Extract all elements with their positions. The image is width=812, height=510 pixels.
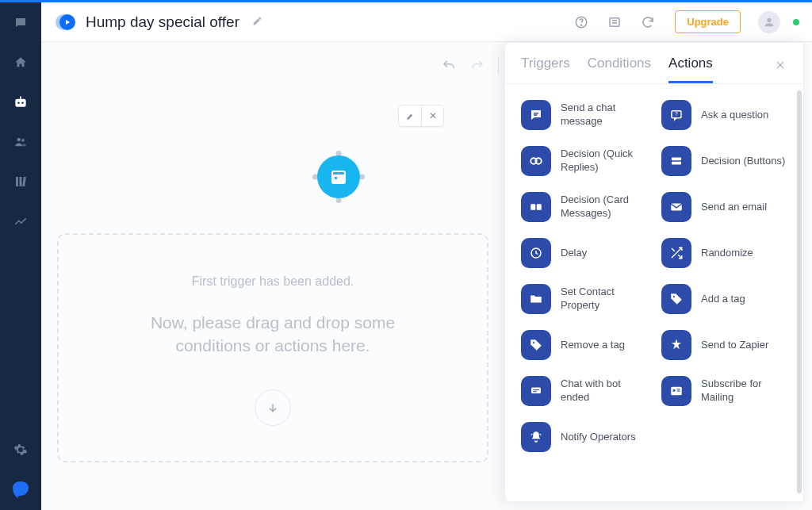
action-label: Decision (Buttons)	[701, 155, 785, 168]
svg-rect-21	[335, 177, 337, 179]
action-label: Set Contact Property	[561, 286, 648, 313]
node-edit-icon[interactable]	[399, 105, 421, 126]
action-label: Randomize	[701, 247, 753, 260]
trigger-node[interactable]: ✕	[279, 133, 398, 220]
action-label: Add a tag	[701, 293, 745, 306]
action-label: Delay	[561, 247, 587, 260]
action-cards[interactable]: Decision (Card Messages)	[521, 192, 652, 222]
svg-point-13	[581, 25, 582, 25]
chat-icon	[521, 100, 551, 130]
home-nav-icon[interactable]	[11, 53, 30, 72]
scrollbar[interactable]	[797, 90, 802, 493]
action-label: Chat with bot ended	[561, 378, 648, 405]
tag-icon	[521, 330, 551, 360]
quick-icon	[521, 146, 551, 176]
action-bell[interactable]: Notify Operators	[521, 422, 652, 452]
page-title: Hump day special offer	[86, 13, 239, 31]
node-actions: ✕	[398, 105, 444, 127]
cards-icon	[521, 192, 551, 222]
action-buttons[interactable]: Decision (Buttons)	[661, 146, 792, 176]
action-label: Subscribe for Mailing	[701, 378, 788, 405]
side-panel: Triggers Conditions Actions Send a chat …	[504, 42, 804, 502]
action-zap[interactable]: Send to Zapier	[661, 330, 792, 360]
dropzone-subheading: Now, please drag and drop some condition…	[114, 311, 431, 358]
addtag-icon	[661, 284, 691, 314]
tab-actions[interactable]: Actions	[668, 56, 713, 83]
svg-rect-42	[531, 388, 541, 394]
online-status-dot	[793, 19, 799, 25]
svg-point-41	[533, 342, 534, 343]
svg-point-1	[17, 102, 20, 105]
end-icon	[521, 376, 551, 406]
svg-rect-33	[530, 204, 535, 210]
bot-nav-icon[interactable]	[11, 93, 30, 112]
left-sidebar	[0, 2, 41, 510]
brand-icon	[10, 480, 32, 502]
undo-icon[interactable]	[440, 57, 458, 75]
arrow-down-icon	[266, 401, 279, 414]
app-logo-icon	[54, 10, 78, 34]
action-folder[interactable]: Set Contact Property	[521, 284, 652, 314]
svg-rect-32	[672, 162, 681, 165]
action-shuffle[interactable]: Randomize	[661, 238, 792, 268]
svg-line-39	[672, 248, 675, 251]
calendar-trigger-icon[interactable]	[317, 155, 360, 198]
tab-conditions[interactable]: Conditions	[588, 56, 651, 83]
action-mail[interactable]: Send an email	[661, 192, 792, 222]
action-clock[interactable]: Delay	[521, 238, 652, 268]
buttons-icon	[661, 146, 691, 176]
svg-rect-7	[20, 177, 22, 186]
action-chat[interactable]: Send a chat message	[521, 100, 652, 130]
news-icon[interactable]	[607, 14, 622, 30]
zap-icon	[661, 330, 691, 360]
avatar[interactable]	[758, 11, 780, 33]
svg-rect-3	[20, 97, 21, 99]
svg-rect-0	[15, 99, 25, 107]
anchor-right[interactable]	[359, 174, 365, 180]
svg-point-17	[767, 17, 771, 21]
upgrade-button[interactable]: Upgrade	[675, 10, 741, 33]
action-label: Notify Operators	[561, 431, 636, 444]
settings-nav-icon[interactable]	[11, 440, 30, 459]
tab-triggers[interactable]: Triggers	[521, 56, 570, 83]
action-question[interactable]: ?Ask a question	[661, 100, 792, 130]
svg-point-46	[673, 389, 676, 392]
action-label: Decision (Quick Replies)	[561, 148, 648, 174]
refresh-icon[interactable]	[640, 14, 656, 30]
redo-icon[interactable]	[469, 57, 486, 75]
bell-icon	[521, 422, 551, 452]
question-icon: ?	[661, 100, 691, 130]
node-close-icon[interactable]: ✕	[421, 105, 443, 126]
clock-icon	[521, 238, 551, 268]
dropzone-heading: First trigger has been added.	[192, 274, 354, 289]
edit-title-icon[interactable]	[252, 16, 262, 29]
svg-point-4	[17, 138, 21, 142]
library-nav-icon[interactable]	[11, 172, 30, 191]
subscribe-icon	[661, 376, 691, 406]
help-icon[interactable]	[573, 14, 589, 30]
dropzone[interactable]: First trigger has been added. Now, pleas…	[57, 233, 488, 462]
svg-rect-8	[22, 177, 26, 186]
contacts-nav-icon[interactable]	[11, 132, 30, 151]
action-label: Remove a tag	[561, 339, 625, 352]
action-tag[interactable]: Remove a tag	[521, 330, 652, 360]
analytics-nav-icon[interactable]	[11, 212, 30, 231]
action-label: Send an email	[701, 201, 767, 214]
panel-close-icon[interactable]	[773, 63, 787, 77]
action-addtag[interactable]: Add a tag	[661, 284, 792, 314]
svg-point-40	[673, 296, 675, 297]
svg-point-2	[21, 102, 24, 105]
anchor-bottom[interactable]	[336, 197, 342, 203]
action-label: Send a chat message	[561, 102, 648, 128]
dropzone-target[interactable]	[255, 389, 291, 426]
svg-rect-45	[671, 387, 682, 396]
folder-icon	[521, 284, 551, 314]
action-subscribe[interactable]: Subscribe for Mailing	[661, 376, 792, 406]
shuffle-icon	[661, 238, 691, 268]
action-quick[interactable]: Decision (Quick Replies)	[521, 146, 652, 176]
action-end[interactable]: Chat with bot ended	[521, 376, 652, 406]
svg-point-5	[21, 139, 25, 142]
panel-tabs: Triggers Conditions Actions	[505, 43, 803, 84]
chat-nav-icon[interactable]	[11, 13, 30, 33]
mail-icon	[661, 192, 691, 222]
